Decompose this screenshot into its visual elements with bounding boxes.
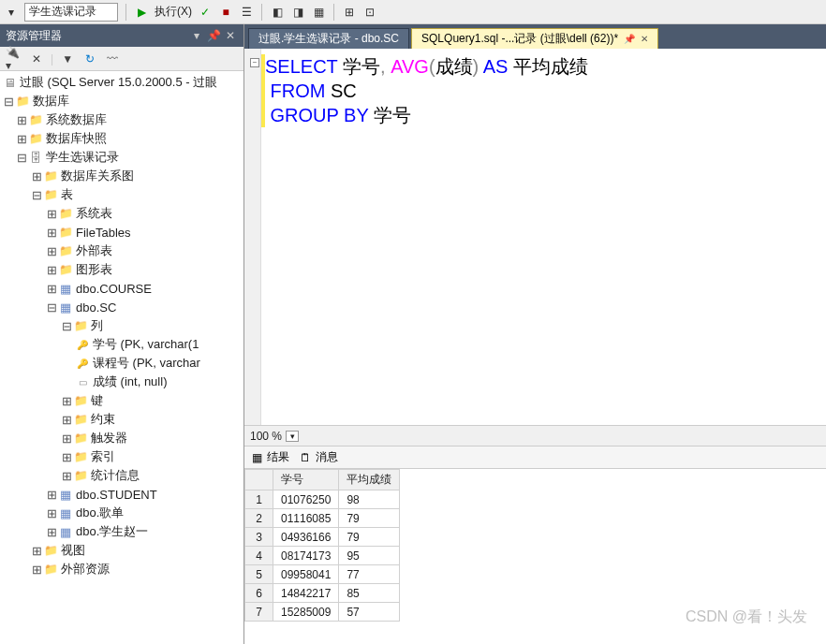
extres-node[interactable]: ⊞📁外部资源 [0, 560, 243, 578]
filter-icon[interactable]: ▼ [59, 51, 76, 67]
dropdown-icon[interactable]: ▾ [189, 28, 204, 43]
cell[interactable]: 95 [339, 547, 400, 565]
cell[interactable]: 57 [339, 603, 400, 622]
dropdown-icon[interactable]: ▾ [4, 5, 19, 20]
student-node[interactable]: ⊞▦dbo.STUDENT [0, 485, 243, 504]
column-header[interactable]: 学号 [273, 470, 339, 490]
table-row[interactable]: 71528500957 [245, 603, 400, 622]
collapse-icon[interactable]: − [250, 58, 259, 67]
zhao-node[interactable]: ⊞▦dbo.学生赵一 [0, 522, 243, 541]
stop-icon[interactable]: ■ [218, 5, 233, 20]
server-node[interactable]: 🖥过眼 (SQL Server 15.0.2000.5 - 过眼 [0, 73, 243, 92]
row-header[interactable]: 6 [245, 584, 273, 603]
row-header[interactable]: 7 [245, 603, 273, 622]
col-node[interactable]: 🔑课程号 (PK, varchar [0, 354, 243, 373]
row-header[interactable]: 4 [245, 547, 273, 565]
row-header[interactable]: 3 [245, 528, 273, 547]
table-row[interactable]: 61484221785 [245, 584, 400, 603]
messages-tab[interactable]: 🗒消息 [299, 449, 338, 465]
triggers-node[interactable]: ⊞📁触发器 [0, 429, 243, 447]
views-node[interactable]: ⊞📁视图 [0, 541, 243, 560]
parse-icon[interactable]: ☰ [239, 5, 254, 20]
zoom-bar: 100 % ▾ [244, 425, 826, 446]
graph-node[interactable]: ⊞📁图形表 [0, 260, 243, 279]
tables-node[interactable]: ⊟📁表 [0, 185, 243, 204]
cell[interactable]: 04936166 [273, 528, 339, 547]
row-header[interactable]: 5 [245, 565, 273, 584]
table-row[interactable]: 10107625098 [245, 490, 400, 509]
results-tab[interactable]: ▦结果 [250, 449, 289, 465]
db-node[interactable]: ⊟📁数据库 [0, 92, 243, 110]
column-header[interactable]: 平均成绩 [339, 470, 400, 490]
stats-node[interactable]: ⊞📁统计信息 [0, 466, 243, 485]
close-icon[interactable]: ✕ [223, 28, 238, 43]
top-toolbar: ▾ 学生选课记录 ▶ 执行(X) ✓ ■ ☰ ◧ ◨ ▦ ⊞ ⊡ [0, 0, 826, 24]
row-header[interactable]: 1 [245, 490, 273, 509]
snap-node[interactable]: ⊞📁数据库快照 [0, 129, 243, 148]
execute-button[interactable]: 执行(X) [155, 4, 192, 20]
cell[interactable]: 77 [339, 565, 400, 584]
separator [333, 4, 334, 21]
object-tree[interactable]: 🖥过眼 (SQL Server 15.0.2000.5 - 过眼 ⊟📁数据库 ⊞… [0, 71, 243, 644]
table-row[interactable]: 40817417395 [245, 547, 400, 565]
gutter [244, 49, 261, 425]
cell[interactable]: 15285009 [273, 603, 339, 622]
zoom-dropdown-icon[interactable]: ▾ [286, 431, 299, 442]
object-explorer: 资源管理器 ▾ 📌 ✕ 🔌▾ ✕ | ▼ ↻ 〰 🖥过眼 (SQL Server… [0, 24, 244, 644]
course-node[interactable]: ⊞▦dbo.COURSE [0, 279, 243, 298]
database-combo[interactable]: 学生选课记录 [24, 3, 118, 22]
tab-sc-table[interactable]: 过眼.学生选课记录 - dbo.SC [248, 28, 409, 49]
explorer-toolbar: 🔌▾ ✕ | ▼ ↻ 〰 [0, 47, 243, 71]
cell[interactable]: 85 [339, 584, 400, 603]
connect-icon[interactable]: 🔌▾ [6, 51, 22, 67]
playlist-node[interactable]: ⊞▦dbo.歌单 [0, 504, 243, 522]
external-node[interactable]: ⊞📁外部表 [0, 242, 243, 260]
systables-node[interactable]: ⊞📁系统表 [0, 204, 243, 223]
diagram-node[interactable]: ⊞📁数据库关系图 [0, 167, 243, 185]
results-grid[interactable]: 学号平均成绩1010762509820111608579304936166794… [244, 468, 826, 644]
pin-icon[interactable]: 📌 [206, 28, 221, 43]
results-tabs: ▦结果 🗒消息 [244, 446, 826, 468]
studentdb-node[interactable]: ⊟🗄学生选课记录 [0, 148, 243, 167]
panel-header: 资源管理器 ▾ 📌 ✕ [0, 24, 243, 47]
separator [125, 4, 126, 21]
filetables-node[interactable]: ⊞📁FileTables [0, 223, 243, 242]
cell[interactable]: 98 [339, 490, 400, 509]
separator [261, 4, 262, 21]
cell[interactable]: 14842217 [273, 584, 339, 603]
cell[interactable]: 08174173 [273, 547, 339, 565]
disconnect-icon[interactable]: ✕ [28, 51, 45, 67]
message-icon: 🗒 [299, 451, 312, 464]
tool-icon[interactable]: ⊡ [362, 5, 377, 20]
constraints-node[interactable]: ⊞📁约束 [0, 410, 243, 429]
col-node[interactable]: 🔑学号 (PK, varchar(1 [0, 335, 243, 354]
sysdb-node[interactable]: ⊞📁系统数据库 [0, 110, 243, 129]
play-icon[interactable]: ▶ [134, 5, 149, 20]
cell[interactable]: 09958041 [273, 565, 339, 584]
tool-icon[interactable]: ◧ [270, 5, 285, 20]
tool-icon[interactable]: ⊞ [342, 5, 357, 20]
debug-icon[interactable]: ✓ [198, 5, 213, 20]
tool-icon[interactable]: ▦ [311, 5, 326, 20]
cell[interactable]: 79 [339, 509, 400, 528]
keys-node[interactable]: ⊞📁键 [0, 391, 243, 410]
close-icon[interactable]: ✕ [641, 34, 648, 44]
cols-node[interactable]: ⊟📁列 [0, 316, 243, 335]
table-row[interactable]: 50995804177 [245, 565, 400, 584]
sc-node[interactable]: ⊟▦dbo.SC [0, 298, 243, 316]
table-row[interactable]: 20111608579 [245, 509, 400, 528]
tool-icon[interactable]: ◨ [290, 5, 305, 20]
pin-icon[interactable]: 📌 [624, 34, 635, 44]
table-row[interactable]: 30493616679 [245, 528, 400, 547]
col-node[interactable]: ▭成绩 (int, null) [0, 373, 243, 391]
sql-editor[interactable]: − SELECT 学号, AVG(成绩) AS 平均成绩 FROM SC GRO… [244, 49, 826, 425]
indexes-node[interactable]: ⊞📁索引 [0, 447, 243, 466]
row-header[interactable]: 2 [245, 509, 273, 528]
cell[interactable]: 79 [339, 528, 400, 547]
editor-area: 过眼.学生选课记录 - dbo.SC SQLQuery1.sql -...记录 … [244, 24, 826, 644]
cell[interactable]: 01116085 [273, 509, 339, 528]
activity-icon[interactable]: 〰 [104, 51, 121, 67]
refresh-icon[interactable]: ↻ [81, 51, 98, 67]
cell[interactable]: 01076250 [273, 490, 339, 509]
tab-query[interactable]: SQLQuery1.sql -...记录 (过眼\dell (62))*📌✕ [411, 28, 658, 49]
